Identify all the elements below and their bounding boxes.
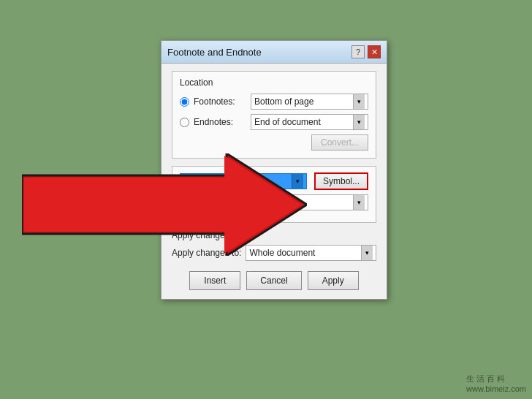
watermark: 生 活 百 科 www.bimeiz.com	[466, 373, 526, 393]
footnote-endnote-dialog: Footnote and Endnote ? ✕ Location Footno…	[161, 40, 387, 300]
footnotes-dropdown-value: Bottom of page	[254, 96, 353, 107]
convert-btn-container: Convert...	[180, 134, 368, 151]
numbering-arrow: ▾	[353, 195, 365, 210]
apply-to-label: Apply changes to:	[172, 248, 241, 258]
symbol-button[interactable]: Symbol...	[314, 172, 368, 190]
apply-changes-section: Apply changes Apply changes to: Whole do…	[172, 230, 376, 261]
number-format-arrow: ▾	[292, 174, 303, 189]
numbering-row: Numbering: Continuous ▾	[180, 194, 368, 210]
endnotes-dropdown-value: End of document	[254, 117, 353, 127]
endnotes-dropdown-arrow: ▾	[353, 115, 365, 129]
numbering-value: Continuous	[250, 197, 353, 208]
dialog-body: Location Footnotes: Bottom of page ▾ End…	[162, 64, 387, 299]
endnotes-row: Endnotes: End of document ▾	[180, 114, 368, 130]
endnotes-label: Endnotes:	[194, 117, 246, 127]
footnotes-dropdown[interactable]: Bottom of page ▾	[251, 94, 368, 110]
apply-to-value: Whole document	[249, 248, 361, 258]
footnotes-radio[interactable]	[180, 97, 189, 107]
footnotes-dropdown-arrow: ▾	[353, 94, 365, 109]
number-format-value: 3...	[183, 176, 292, 186]
number-format-dropdown[interactable]: 3... ▾	[180, 173, 307, 189]
numbering-dropdown[interactable]: Continuous ▾	[246, 194, 368, 210]
number-format-row: 3... ▾ Symbol...	[180, 172, 368, 190]
titlebar-icons: ? ✕	[352, 45, 381, 58]
footnotes-row: Footnotes: Bottom of page ▾	[180, 94, 368, 110]
dialog-titlebar: Footnote and Endnote ? ✕	[162, 41, 387, 64]
close-button[interactable]: ✕	[368, 45, 381, 58]
apply-row: Apply changes to: Whole document ▾	[172, 245, 376, 261]
location-title: Location	[180, 77, 368, 88]
apply-changes-title: Apply changes	[172, 230, 376, 240]
apply-to-dropdown[interactable]: Whole document ▾	[246, 245, 376, 261]
endnotes-radio[interactable]	[180, 118, 189, 127]
numbering-label: Numbering:	[180, 197, 242, 208]
apply-to-arrow: ▾	[361, 246, 373, 260]
help-button[interactable]: ?	[352, 45, 365, 58]
format-section: 3... ▾ Symbol... Numbering: Continuous ▾	[172, 166, 376, 223]
apply-button[interactable]: Apply	[308, 271, 359, 290]
footnotes-label: Footnotes:	[194, 96, 246, 107]
bottom-buttons: Insert Cancel Apply	[172, 268, 376, 290]
location-section: Location Footnotes: Bottom of page ▾ End…	[172, 71, 376, 159]
endnotes-dropdown[interactable]: End of document ▾	[251, 114, 368, 130]
dialog-title: Footnote and Endnote	[167, 47, 262, 58]
convert-button[interactable]: Convert...	[311, 134, 368, 151]
insert-button[interactable]: Insert	[189, 271, 240, 290]
cancel-button[interactable]: Cancel	[246, 271, 301, 290]
